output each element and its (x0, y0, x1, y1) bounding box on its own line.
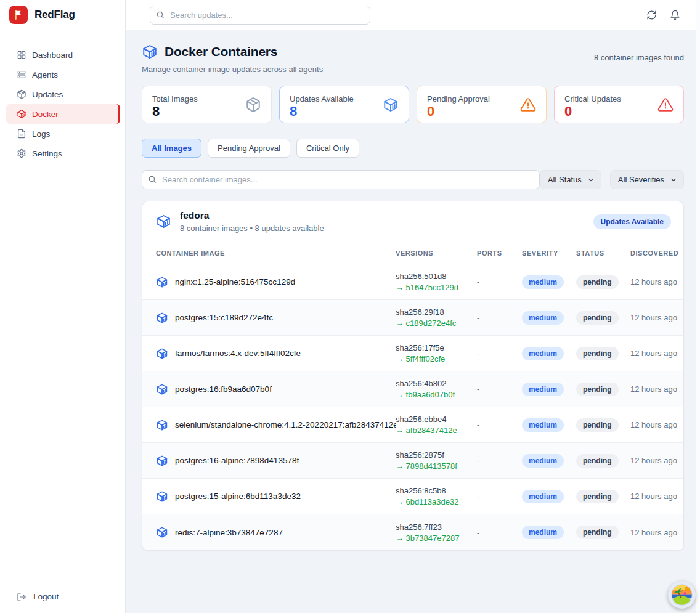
select-label: All Severities (618, 175, 664, 184)
sidebar-item-dashboard[interactable]: Dashboard (6, 45, 120, 65)
column-header: CONTAINER IMAGE (156, 250, 396, 257)
table-row[interactable]: selenium/standalone-chrome:4.1.2-2022021… (142, 407, 683, 443)
discovered-value: 12 hours ago (630, 313, 677, 322)
ports-value: - (477, 313, 522, 322)
brand-name: RedFlag (35, 9, 75, 21)
container-cube-icon (156, 276, 168, 288)
sidebar-item-docker[interactable]: Docker (6, 104, 120, 124)
topbar-actions (646, 10, 680, 20)
container-image-name: postgres:15-alpine:6bd113a3de32 (175, 492, 301, 501)
package-icon (245, 97, 261, 113)
logout-icon (17, 592, 26, 602)
cube-icon (17, 109, 26, 119)
image-search-input[interactable] (142, 170, 540, 189)
version-current: sha256:17f5e (396, 343, 477, 352)
island-fab-button[interactable] (668, 581, 696, 609)
severity-badge: medium (522, 383, 564, 396)
container-image-name: nginx:1.25-alpine:516475cc129d (175, 277, 295, 286)
refresh-icon[interactable] (646, 10, 657, 20)
dropdown-all-severities[interactable]: All Severities (610, 170, 684, 189)
column-header: STATUS (576, 250, 630, 257)
gear-icon (17, 148, 26, 158)
updates-search-input[interactable] (150, 6, 370, 25)
sidebar-item-settings[interactable]: Settings (6, 144, 120, 163)
sidebar-item-updates[interactable]: Updates (6, 84, 120, 104)
filter-label: Critical Only (306, 144, 349, 153)
version-current: sha256:501d8 (396, 272, 477, 281)
filter-tab-all-images[interactable]: All Images (142, 139, 201, 158)
cube-icon (156, 214, 171, 229)
table-row[interactable]: postgres:15-alpine:6bd113a3de32 sha256:8… (142, 479, 683, 514)
version-current: sha256:7ff23 (396, 522, 477, 532)
package-icon (17, 89, 26, 99)
container-cube-icon (156, 312, 168, 324)
ports-value: - (477, 277, 522, 286)
logout-label: Logout (33, 592, 59, 601)
status-badge: pending (576, 383, 619, 396)
stat-card-updates-available: Updates Available 8 (279, 86, 409, 123)
container-cube-icon (156, 347, 168, 360)
main-content: Docker Containers Manage container image… (126, 30, 700, 613)
stat-card-pending-approval: Pending Approval 0 (417, 86, 547, 123)
group-header: fedora 8 container images • 8 updates av… (142, 201, 683, 242)
sidebar-item-logs[interactable]: Logs (6, 124, 120, 144)
ports-value: - (477, 492, 522, 501)
updates-available-badge: Updates Available (593, 214, 671, 229)
table-row[interactable]: farmos/farmos:4.x-dev:5ff4fff02cfe sha25… (142, 336, 683, 371)
discovered-value: 12 hours ago (630, 528, 677, 537)
container-image-name: selenium/standalone-chrome:4.1.2-2022021… (175, 420, 396, 429)
image-group-card: fedora 8 container images • 8 updates av… (142, 201, 684, 551)
table-row[interactable]: redis:7-alpine:3b73847e7287 sha256:7ff23… (142, 514, 683, 550)
container-image-name: postgres:15:c189d272e4fc (175, 313, 273, 322)
container-cube-icon (156, 383, 168, 396)
version-current: sha256:4b802 (396, 379, 477, 388)
logout-button[interactable]: Logout (0, 580, 125, 613)
filter-label: All Images (152, 144, 192, 153)
column-header: VERSIONS (396, 250, 477, 257)
chevron-down-icon (587, 176, 595, 184)
status-badge: pending (576, 418, 619, 432)
container-image-name: postgres:16:fb9aa6d07b0f (175, 384, 272, 394)
redflag-logo (9, 6, 28, 24)
severity-badge: medium (522, 347, 564, 360)
topbar-search (150, 6, 370, 25)
docker-cube-icon (142, 44, 158, 60)
version-new: → 516475cc129d (396, 283, 477, 292)
ports-value: - (477, 349, 522, 358)
version-current: sha256:2875f (396, 450, 477, 460)
severity-badge: medium (522, 311, 564, 325)
stats-row: Total Images 8 Updates Available 8 Pendi… (142, 86, 684, 123)
stat-card-total-images: Total Images 8 (142, 86, 272, 123)
container-cube-icon (156, 419, 168, 431)
version-current: sha256:ebbe4 (396, 415, 477, 424)
image-search (142, 170, 540, 189)
column-header: DISCOVERED (630, 250, 678, 257)
version-new: → fb9aa6d07b0f (396, 390, 477, 399)
chevron-down-icon (670, 176, 677, 184)
table-row[interactable]: postgres:15:c189d272e4fc sha256:29f18 → … (142, 300, 683, 336)
dropdown-all-status[interactable]: All Status (540, 170, 601, 189)
table-controls: All Status All Severities (142, 170, 684, 189)
discovered-value: 12 hours ago (630, 456, 677, 465)
table-row[interactable]: postgres:16:fb9aa6d07b0f sha256:4b802 → … (142, 371, 683, 407)
bell-icon[interactable] (670, 10, 680, 20)
discovered-value: 12 hours ago (630, 492, 677, 501)
ports-value: - (477, 456, 522, 465)
group-meta: 8 container images • 8 updates available (180, 224, 324, 233)
ports-value: - (477, 420, 522, 429)
filter-tab-pending-approval[interactable]: Pending Approval (208, 139, 290, 158)
brand-header: RedFlag (0, 0, 125, 30)
status-badge: pending (576, 490, 619, 503)
version-current: sha256:29f18 (396, 307, 477, 317)
sidebar-item-label: Docker (32, 110, 59, 119)
table-row[interactable]: postgres:16-alpine:7898d413578f sha256:2… (142, 443, 683, 479)
search-icon (156, 10, 165, 19)
scrollbar[interactable] (696, 0, 700, 613)
topbar (126, 0, 700, 30)
warning-icon (657, 97, 674, 113)
filter-tab-critical-only[interactable]: Critical Only (296, 139, 359, 158)
ports-value: - (477, 384, 522, 394)
severity-badge: medium (522, 275, 564, 289)
table-row[interactable]: nginx:1.25-alpine:516475cc129d sha256:50… (142, 264, 683, 300)
sidebar-item-agents[interactable]: Agents (6, 65, 120, 84)
